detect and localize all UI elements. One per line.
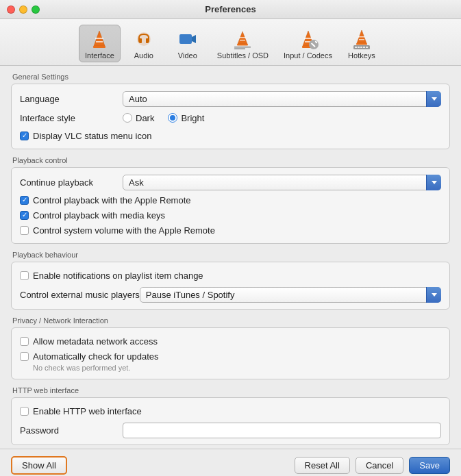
label-notifications: Enable notifications on playlist item ch… (33, 271, 203, 281)
save-button[interactable]: Save (409, 457, 450, 474)
maximize-button[interactable] (32, 5, 40, 14)
row-status-menu-icon[interactable]: Display VLC status menu icon (20, 128, 441, 143)
row-check-updates[interactable]: Automatically check for updates (20, 349, 441, 364)
title-bar: Preferences (0, 0, 461, 19)
section-box-playback-behaviour: Enable notifications on playlist item ch… (11, 262, 450, 310)
toolbar-label-video: Video (178, 51, 197, 60)
row-password: Password (20, 421, 441, 439)
toolbar-label-hotkeys: Hotkeys (348, 51, 375, 60)
row-metadata[interactable]: Allow metadata network access (20, 334, 441, 349)
section-title-playback-behaviour: Playback behaviour (11, 251, 450, 259)
svg-rect-25 (355, 47, 357, 48)
svg-rect-23 (359, 39, 364, 40)
section-playback-behaviour: Playback behaviour Enable notifications … (11, 251, 450, 310)
toolbar-label-input: Input / Codecs (284, 51, 332, 60)
bottom-left: Show All (11, 456, 67, 475)
toolbar-item-input[interactable]: Input / Codecs (277, 25, 338, 62)
svg-rect-8 (237, 44, 248, 46)
radio-label-dark: Dark (136, 113, 154, 123)
select-wrap-language: Auto English French German Spanish (123, 91, 441, 107)
main-content: General Settings Language Auto English F… (0, 66, 461, 449)
svg-rect-21 (356, 43, 367, 45)
radio-dark[interactable]: Dark (123, 113, 154, 123)
continue-playback-select[interactable]: Ask Always Never (123, 175, 441, 190)
label-media-keys: Control playback with media keys (33, 210, 165, 221)
minimize-button[interactable] (19, 5, 27, 14)
control-interface-style: Dark Bright (123, 113, 441, 123)
radio-circle-dark (123, 113, 132, 123)
section-http: HTTP web interface Enable HTTP web inter… (11, 386, 450, 445)
label-metadata: Allow metadata network access (33, 336, 158, 347)
section-general: General Settings Language Auto English F… (11, 73, 450, 149)
svg-rect-5 (179, 34, 192, 44)
cancel-button[interactable]: Cancel (356, 457, 403, 474)
label-enable-http: Enable HTTP web interface (33, 406, 142, 416)
checkbox-status-menu-icon[interactable] (20, 131, 29, 140)
external-music-select[interactable]: Pause iTunes / Spotify Do nothing Pause … (140, 287, 441, 303)
toolbar-label-audio: Audio (134, 51, 153, 60)
radio-circle-bright (168, 113, 177, 123)
close-button[interactable] (7, 5, 15, 14)
checkbox-check-updates[interactable] (20, 352, 29, 361)
row-apple-remote[interactable]: Control playback with the Apple Remote (20, 192, 441, 208)
toolbar-item-subtitles[interactable]: Subtitles / OSD (211, 25, 275, 62)
svg-rect-12 (234, 49, 245, 50)
checkbox-metadata[interactable] (20, 337, 29, 346)
control-external-music: Pause iTunes / Spotify Do nothing Pause … (140, 287, 441, 303)
section-box-general: Language Auto English French German Span… (11, 84, 450, 149)
radio-bright[interactable]: Bright (168, 113, 204, 123)
svg-rect-11 (234, 47, 251, 48)
label-password: Password (20, 425, 123, 436)
section-box-privacy: Allow metadata network access Automatica… (11, 327, 450, 379)
section-playback-control: Playback control Continue playback Ask A… (11, 156, 450, 244)
svg-rect-26 (358, 47, 360, 48)
row-notifications[interactable]: Enable notifications on playlist item ch… (20, 268, 441, 283)
checkbox-enable-http[interactable] (20, 407, 29, 416)
no-check-label: No check was performed yet. (33, 364, 441, 372)
section-box-http: Enable HTTP web interface Password (11, 397, 450, 445)
control-password (123, 423, 441, 438)
toolbar-item-audio[interactable]: Audio (123, 25, 164, 62)
radio-label-bright: Bright (181, 113, 204, 123)
label-status-menu-icon: Display VLC status menu icon (33, 131, 151, 141)
hotkeys-icon (351, 28, 373, 50)
toolbar-item-interface[interactable]: Interface (79, 25, 121, 62)
svg-rect-29 (366, 47, 368, 48)
checkbox-system-volume[interactable] (20, 226, 29, 235)
toolbar-item-video[interactable]: Video (167, 25, 208, 62)
svg-rect-27 (360, 47, 362, 48)
password-input[interactable] (123, 423, 441, 438)
video-icon (177, 28, 199, 50)
label-interface-style: Interface style (20, 113, 123, 123)
reset-all-button[interactable]: Reset All (295, 457, 350, 474)
svg-rect-2 (95, 38, 103, 39)
show-all-button[interactable]: Show All (11, 456, 67, 475)
label-apple-remote: Control playback with the Apple Remote (33, 195, 191, 205)
checkbox-media-keys[interactable] (20, 211, 29, 220)
checkbox-notifications[interactable] (20, 271, 29, 280)
language-select[interactable]: Auto English French German Spanish (123, 91, 441, 107)
audio-icon (133, 28, 155, 50)
section-title-general: General Settings (11, 73, 450, 81)
row-external-music: Control external music players Pause iTu… (20, 286, 441, 303)
bottom-bar: Show All Reset All Cancel Save (0, 449, 461, 476)
row-media-keys[interactable]: Control playback with media keys (20, 208, 441, 223)
section-title-http: HTTP web interface (11, 386, 450, 394)
row-system-volume[interactable]: Control system volume with the Apple Rem… (20, 223, 441, 238)
section-box-playback-control: Continue playback Ask Always Never Contr… (11, 167, 450, 244)
label-language: Language (20, 94, 123, 104)
checkbox-apple-remote[interactable] (20, 196, 29, 205)
toolbar-label-interface: Interface (85, 51, 114, 60)
toolbar: Interface Audio Video (0, 19, 461, 66)
window-controls[interactable] (7, 5, 40, 14)
row-enable-http[interactable]: Enable HTTP web interface (20, 403, 441, 418)
toolbar-item-hotkeys[interactable]: Hotkeys (341, 25, 382, 62)
control-continue-playback: Ask Always Never (123, 175, 441, 190)
input-icon (297, 28, 319, 50)
section-privacy: Privacy / Network Interaction Allow meta… (11, 316, 450, 379)
svg-rect-9 (239, 37, 246, 38)
window-title: Preferences (205, 4, 256, 14)
svg-rect-10 (240, 40, 245, 41)
row-continue-playback: Continue playback Ask Always Never (20, 173, 441, 191)
control-language: Auto English French German Spanish (123, 91, 441, 107)
